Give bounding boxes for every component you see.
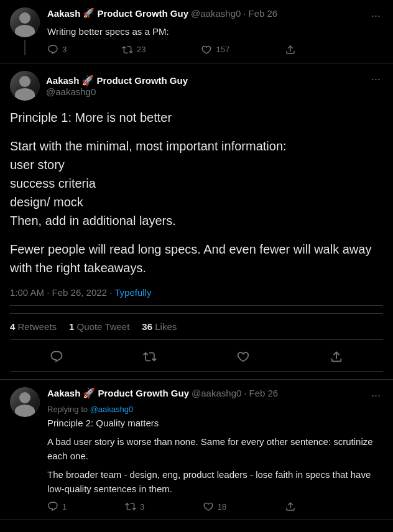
likes-text: Likes <box>155 321 177 332</box>
reply-principle: Principle 2: Quality matters <box>47 416 383 431</box>
principle-heading: Principle 1: More is not better <box>10 108 383 127</box>
retweet-action-reply[interactable]: 3 <box>125 501 144 512</box>
retweet-count-reply: 3 <box>140 502 144 511</box>
tweet-date-1: Feb 26 <box>249 8 278 19</box>
reply-tweet-actions: 1 3 18 <box>47 501 296 512</box>
thread-line-1 <box>24 40 25 55</box>
more-button-1[interactable]: ··· <box>369 7 383 24</box>
tweet-1-left <box>10 7 40 55</box>
comment-count-1: 3 <box>62 45 67 54</box>
comment-action-1[interactable]: 3 <box>47 44 67 55</box>
body-paragraph-2: Fewer people will read long specs. And e… <box>10 240 383 277</box>
like-count-reply: 18 <box>218 502 226 511</box>
like-action-main[interactable] <box>231 345 255 369</box>
author-name-1: Aakash <box>47 8 80 19</box>
reply-author-handle: @aakashg0 <box>192 388 241 398</box>
main-tweet-body: Principle 1: More is not better Start wi… <box>10 108 383 277</box>
likes-stat: 36 Likes <box>142 321 177 332</box>
retweet-action-main[interactable] <box>138 345 162 369</box>
retweets-text: Retweets <box>18 321 57 332</box>
share-action-main[interactable] <box>325 345 348 369</box>
author-title-1: Product Growth Guy <box>97 8 188 19</box>
heart-icon-1 <box>201 44 212 55</box>
main-tweet: Aakash 🚀 Product Growth Guy @aakashg0 ··… <box>0 63 393 380</box>
reply-author-title: Product Growth Guy <box>98 388 189 398</box>
share-action-reply[interactable] <box>285 501 296 512</box>
platform-link[interactable]: Typefully <box>114 287 151 298</box>
tweet-1-right: Aakash 🚀 Product Growth Guy @aakashg0 · … <box>47 7 383 55</box>
main-author-handle: @aakashg0 <box>46 86 188 97</box>
tweet-stats: 4 Retweets 1 Quote Tweet 36 Likes <box>10 313 383 340</box>
timestamp-separator: · <box>109 287 114 298</box>
tweet-1: Aakash 🚀 Product Growth Guy @aakashg0 · … <box>0 0 393 63</box>
reply-tweet-meta: Aakash 🚀 Product Growth Guy @aakashg0 · … <box>47 387 278 399</box>
retweet-action-1[interactable]: 23 <box>122 44 146 55</box>
quote-tweets-count: 1 <box>69 321 74 332</box>
avatar-main <box>10 71 40 101</box>
share-icon-reply <box>285 501 296 512</box>
retweets-count: 4 <box>10 321 15 332</box>
avatar-reply <box>10 387 40 417</box>
reply-tweet-header: Aakash 🚀 Product Growth Guy @aakashg0 · … <box>47 387 383 403</box>
like-count-1: 157 <box>216 45 229 54</box>
reply-tweet-date: Feb 26 <box>249 388 279 398</box>
dot-1: · <box>243 8 246 19</box>
reply-tweet-left <box>10 387 40 513</box>
tweet-1-body: Writing better specs as a PM: <box>47 25 383 39</box>
more-button-main[interactable]: ··· <box>369 71 383 87</box>
reply-tweet: Aakash 🚀 Product Growth Guy @aakashg0 · … <box>0 380 393 521</box>
comment-count-reply: 1 <box>62 502 67 511</box>
replying-to-handle: @aakashg0 <box>90 405 134 414</box>
main-tweet-meta: Aakash 🚀 Product Growth Guy @aakashg0 <box>10 71 188 101</box>
retweet-icon-reply <box>125 501 136 512</box>
quote-tweets-text: Quote Tweet <box>77 321 130 332</box>
tweet-1-header: Aakash 🚀 Product Growth Guy @aakashg0 · … <box>47 7 383 24</box>
replying-to: Replying to @aakashg0 <box>47 405 383 414</box>
share-icon-1 <box>285 44 296 55</box>
body-paragraph-1: Start with the minimal, most important i… <box>10 137 383 230</box>
retweet-count-1: 23 <box>137 45 146 54</box>
share-action-1[interactable] <box>285 44 296 55</box>
main-tweet-header: Aakash 🚀 Product Growth Guy @aakashg0 ··… <box>10 71 383 101</box>
comment-action-main[interactable] <box>45 345 68 369</box>
reply-body-1: A bad user story is worse than none. Sam… <box>47 435 383 463</box>
heart-icon-reply <box>203 501 214 512</box>
likes-count: 36 <box>142 321 152 332</box>
reply-tweet-right: Aakash 🚀 Product Growth Guy @aakashg0 · … <box>47 387 383 513</box>
tweet-timestamp: 1:00 AM · Feb 26, 2022 · Typefully <box>10 287 383 306</box>
tweet-1-actions: 3 23 157 <box>47 44 296 55</box>
like-action-1[interactable]: 157 <box>201 44 229 55</box>
timestamp-time: 1:00 AM · Feb 26, 2022 <box>10 287 107 298</box>
reply-author-name: Aakash <box>47 388 80 398</box>
main-author-title: Product Growth Guy <box>96 75 188 86</box>
main-tweet-author: Aakash 🚀 Product Growth Guy @aakashg0 <box>46 75 188 97</box>
reply-tweet-body: Principle 2: Quality matters A bad user … <box>47 416 383 497</box>
tweet-1-meta: Aakash 🚀 Product Growth Guy @aakashg0 · … <box>47 7 277 19</box>
main-tweet-actions <box>10 342 383 372</box>
comment-icon-reply <box>47 501 58 512</box>
avatar-1 <box>10 7 40 37</box>
reply-rocket-icon: 🚀 <box>83 387 95 399</box>
comment-action-reply[interactable]: 1 <box>47 501 67 512</box>
retweet-icon-1 <box>122 44 133 55</box>
main-author-name: Aakash <box>46 75 79 86</box>
comment-icon-1 <box>47 44 58 55</box>
author-handle-1: @aakashg0 <box>191 8 241 19</box>
like-action-reply[interactable]: 18 <box>203 501 226 512</box>
retweets-stat: 4 Retweets <box>10 321 57 332</box>
main-rocket-icon: 🚀 <box>81 75 94 86</box>
reply-body-2: The broader team - design, eng, product … <box>47 468 383 496</box>
more-button-reply[interactable]: ··· <box>369 387 383 403</box>
quote-tweets-stat: 1 Quote Tweet <box>69 321 129 332</box>
rocket-icon-1: 🚀 <box>83 7 95 19</box>
reply-dot: · <box>244 388 246 398</box>
